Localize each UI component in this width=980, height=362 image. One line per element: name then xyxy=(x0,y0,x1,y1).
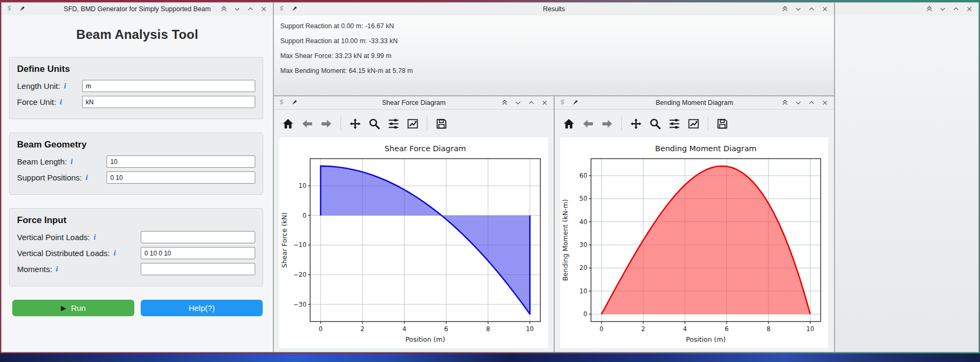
home-button[interactable] xyxy=(282,118,294,130)
field-label: Vertical Distributed Loads: xyxy=(17,249,110,258)
pin-button[interactable] xyxy=(571,99,579,106)
close-button[interactable] xyxy=(966,5,973,13)
results-window: Results Support Reaction at 0.00 m: -16.… xyxy=(273,2,835,96)
distributed-loads-input[interactable] xyxy=(141,247,255,259)
maximize-button[interactable] xyxy=(952,5,960,13)
info-icon[interactable]: i xyxy=(56,265,58,274)
maximize-button[interactable] xyxy=(247,5,254,13)
bmd-titlebar[interactable]: Bending Moment Diagram xyxy=(555,96,834,110)
shade-icon xyxy=(781,99,789,106)
shade-icon xyxy=(781,5,789,13)
back-icon xyxy=(582,118,594,130)
configure-subplots-button[interactable] xyxy=(668,118,681,130)
bmd-plot-canvas[interactable]: 02468100102030405060Bending Moment Diagr… xyxy=(560,137,828,348)
shade-button[interactable] xyxy=(781,99,789,106)
back-button[interactable] xyxy=(301,118,313,130)
generator-window: SFD, BMD Generator for Simply Supported … xyxy=(1,2,273,352)
line-chart-icon xyxy=(407,118,419,130)
window-title: Results xyxy=(274,5,834,13)
maximize-button[interactable] xyxy=(528,99,535,106)
svg-text:60: 60 xyxy=(579,172,587,179)
minimize-button[interactable] xyxy=(795,99,802,106)
svg-text:8: 8 xyxy=(766,325,770,333)
forward-icon xyxy=(601,118,613,130)
info-icon[interactable]: i xyxy=(86,174,88,182)
sfd-plot-canvas[interactable]: 0246810100−10−20−30Shear Force DiagramPo… xyxy=(279,137,548,348)
minimize-button[interactable] xyxy=(939,5,946,13)
shade-button[interactable] xyxy=(926,5,933,13)
save-button[interactable] xyxy=(435,118,448,130)
length-unit-input[interactable] xyxy=(82,80,255,92)
shade-icon xyxy=(220,5,228,13)
figure-options-button[interactable] xyxy=(407,118,419,130)
close-button[interactable] xyxy=(821,99,829,106)
minimize-button[interactable] xyxy=(233,5,241,13)
close-icon xyxy=(966,5,973,13)
shade-button[interactable] xyxy=(220,5,228,13)
moments-input[interactable] xyxy=(141,263,255,275)
sliders-icon xyxy=(668,118,681,130)
toolbar-separator xyxy=(708,117,708,130)
pin-button[interactable] xyxy=(290,5,298,13)
minimize-button[interactable] xyxy=(514,99,522,106)
figure-options-button[interactable] xyxy=(687,118,700,130)
maximize-icon xyxy=(808,5,815,13)
save-button[interactable] xyxy=(716,118,728,130)
forward-button[interactable] xyxy=(601,118,613,130)
svg-text:10: 10 xyxy=(579,287,587,295)
pan-button[interactable] xyxy=(349,118,361,130)
force-unit-input[interactable] xyxy=(82,96,255,108)
info-icon[interactable]: i xyxy=(64,82,66,90)
side-dock-titlebar[interactable] xyxy=(835,3,978,16)
pan-button[interactable] xyxy=(630,118,642,130)
close-icon xyxy=(541,99,548,106)
field-label: Vertical Point Loads: xyxy=(17,233,90,242)
pin-button[interactable] xyxy=(290,99,298,106)
svg-text:8: 8 xyxy=(486,325,490,333)
minimize-button[interactable] xyxy=(795,5,802,13)
point-loads-input[interactable] xyxy=(141,231,255,243)
maximize-button[interactable] xyxy=(808,5,815,13)
info-icon[interactable]: i xyxy=(60,98,62,106)
svg-text:10: 10 xyxy=(806,325,814,333)
pin-button[interactable] xyxy=(18,5,26,13)
field-row: Support Positions:i xyxy=(17,171,255,184)
home-button[interactable] xyxy=(563,118,575,130)
svg-text:2: 2 xyxy=(641,325,645,333)
shade-button[interactable] xyxy=(781,5,789,13)
info-icon[interactable]: i xyxy=(94,233,96,242)
configure-subplots-button[interactable] xyxy=(387,118,400,130)
help-button[interactable]: Help(?) xyxy=(141,300,263,316)
maximize-button[interactable] xyxy=(808,99,815,106)
section-title: Define Units xyxy=(17,64,255,75)
generator-content: Beam Analysis Tool Define Units Length U… xyxy=(2,15,273,352)
zoom-icon xyxy=(649,118,661,130)
close-button[interactable] xyxy=(821,5,829,13)
svg-text:0: 0 xyxy=(319,325,322,333)
forward-button[interactable] xyxy=(320,118,333,130)
zoom-button[interactable] xyxy=(649,118,661,130)
define-units-section: Define Units Length Unit:i Force Unit:i xyxy=(9,57,263,119)
generator-titlebar[interactable]: SFD, BMD Generator for Simply Supported … xyxy=(2,3,273,16)
close-button[interactable] xyxy=(541,99,548,106)
back-button[interactable] xyxy=(582,118,594,130)
maximize-icon xyxy=(952,5,960,13)
beam-length-input[interactable] xyxy=(107,155,255,168)
svg-text:Position (m): Position (m) xyxy=(686,335,726,343)
field-label: Moments: xyxy=(17,265,52,274)
info-icon[interactable]: i xyxy=(70,158,72,166)
maximize-icon xyxy=(808,99,815,106)
shade-button[interactable] xyxy=(501,99,508,106)
svg-text:Shear Force (kN): Shear Force (kN) xyxy=(280,212,288,268)
bmd-window: Bending Moment Diagram xyxy=(554,96,835,352)
sfd-titlebar[interactable]: Shear Force Diagram xyxy=(274,96,554,110)
zoom-button[interactable] xyxy=(368,118,380,130)
info-icon[interactable]: i xyxy=(114,249,116,258)
home-icon xyxy=(282,118,294,130)
svg-text:Shear Force Diagram: Shear Force Diagram xyxy=(385,144,466,153)
results-titlebar[interactable]: Results xyxy=(274,3,834,16)
close-button[interactable] xyxy=(260,5,268,13)
run-button[interactable]: ▶ Run xyxy=(12,300,134,316)
support-positions-input[interactable] xyxy=(107,171,255,184)
pin-icon xyxy=(290,5,298,13)
